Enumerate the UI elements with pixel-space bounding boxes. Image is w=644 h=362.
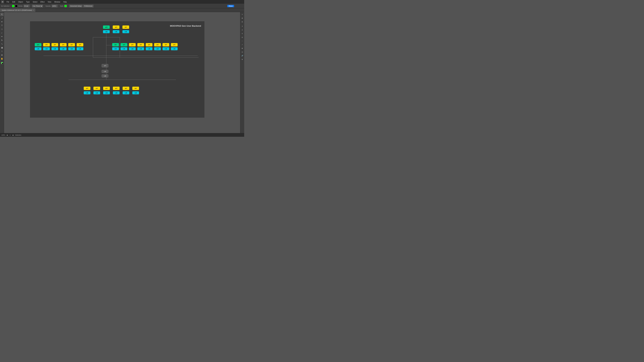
api-node-top-3[interactable]: API xyxy=(122,25,129,29)
menu-type[interactable]: Type xyxy=(26,1,30,3)
bottom-lib-2[interactable]: LIB xyxy=(94,91,100,94)
brush-panel-icon[interactable]: ⌐ xyxy=(241,39,244,42)
mid-right-lib-2[interactable]: LIB xyxy=(120,47,127,50)
bottom-api-3[interactable]: API xyxy=(103,87,110,90)
mid-left-api-3[interactable]: API xyxy=(52,43,58,46)
mid-left-lib-5[interactable]: LIB xyxy=(68,47,75,50)
mid-right-lib-4[interactable]: LIB xyxy=(137,47,144,50)
char-icon[interactable]: A xyxy=(241,28,244,31)
lib-node-top-1[interactable]: LIB xyxy=(103,30,110,33)
bottom-api-6[interactable]: API xyxy=(132,87,139,90)
artboards-icon[interactable]: ⊞ xyxy=(241,16,244,20)
document-setup-button[interactable]: Document Setup xyxy=(69,5,82,7)
menu-select[interactable]: Select xyxy=(32,1,38,3)
api-node-top-2[interactable]: API xyxy=(113,25,120,29)
lib-node-top-3[interactable]: LIB xyxy=(122,30,129,33)
menu-view[interactable]: View xyxy=(47,1,52,3)
fill-color[interactable] xyxy=(12,5,14,7)
text-tool[interactable]: T xyxy=(0,24,4,27)
mid-left-api-5[interactable]: API xyxy=(68,43,75,46)
mid-left-lib-6[interactable]: LIB xyxy=(77,47,83,50)
center-lib-node-1[interactable]: LIB xyxy=(102,70,108,73)
bottom-api-1[interactable]: API xyxy=(84,87,90,90)
menu-window[interactable]: Window xyxy=(54,1,61,3)
graphic-icon[interactable]: ◎ xyxy=(241,35,244,39)
page-num: 1 xyxy=(10,134,10,136)
menu-file[interactable]: File xyxy=(6,1,10,3)
mid-left-api-6[interactable]: API xyxy=(77,43,83,46)
menu-edit[interactable]: Edit xyxy=(12,1,16,3)
bottom-lib-4[interactable]: LIB xyxy=(113,91,120,94)
shape-tool[interactable]: □ xyxy=(0,27,4,31)
mid-left-lib-2[interactable]: LIB xyxy=(43,47,50,50)
mid-right-api-8[interactable]: API xyxy=(171,43,178,46)
link-icon[interactable]: 🔗 xyxy=(241,54,244,57)
pathfinder-icon[interactable]: ◫ xyxy=(241,50,244,54)
rotate-tool[interactable]: ↻ xyxy=(0,38,4,42)
mid-left-api-4[interactable]: API xyxy=(60,43,66,46)
bottom-api-2[interactable]: API xyxy=(94,87,100,90)
mid-left-lib-3[interactable]: LIB xyxy=(52,47,58,50)
mid-left-api-1[interactable]: API xyxy=(35,43,42,46)
align-icon[interactable]: ⊞ xyxy=(241,46,244,50)
canvas-area: MOOVPAD Gen User Backend API API API LIB… xyxy=(4,12,240,133)
fill-stroke-tool[interactable] xyxy=(0,61,4,65)
mid-left-lib-4[interactable]: LIB xyxy=(60,47,66,50)
pencil-tool[interactable]: ✏ xyxy=(0,35,4,38)
mid-right-api-4[interactable]: API xyxy=(137,43,144,46)
brush-tool[interactable]: ⌐ xyxy=(0,31,4,34)
center-lib-node-2[interactable]: LIB xyxy=(102,74,108,77)
properties-icon[interactable]: ≡ xyxy=(241,13,244,16)
para-icon[interactable]: ¶ xyxy=(241,32,244,35)
tab-bar: System Schema.ai* @ 100 % (RGB/Preview) … xyxy=(0,8,244,12)
scale-tool[interactable]: ⤡ xyxy=(0,42,4,45)
gradient-tool[interactable]: ▦ xyxy=(0,46,4,49)
stroke-type-select[interactable]: 3 pt. Round xyxy=(32,5,43,7)
mid-right-api-2[interactable]: API xyxy=(120,43,127,46)
lib-node-top-2[interactable]: LIB xyxy=(113,30,120,33)
mid-right-lib-7[interactable]: LIB xyxy=(162,47,169,50)
direct-select-tool[interactable]: ↗ xyxy=(0,16,4,20)
hand-tool[interactable]: ✋ xyxy=(0,57,4,60)
share-button[interactable]: Share xyxy=(227,5,234,7)
style-color[interactable] xyxy=(64,5,67,7)
api-node-top-1[interactable]: API xyxy=(103,25,110,29)
bottom-lib-3[interactable]: LIB xyxy=(103,91,110,94)
stroke-color[interactable] xyxy=(15,5,18,7)
mid-left-api-2[interactable]: API xyxy=(43,43,50,46)
center-api-node[interactable]: API xyxy=(102,64,108,67)
mid-right-lib-1[interactable]: LIB xyxy=(112,47,119,50)
menu-object[interactable]: Object xyxy=(18,1,24,3)
info-icon[interactable]: ℹ xyxy=(241,24,244,28)
mid-right-lib-6[interactable]: LIB xyxy=(154,47,161,50)
layers-icon[interactable]: ⊟ xyxy=(241,20,244,23)
zoom-tool[interactable]: ⊕ xyxy=(0,53,4,57)
bottom-api-4[interactable]: API xyxy=(113,87,120,90)
mid-right-api-7[interactable]: API xyxy=(162,43,169,46)
mid-right-api-6[interactable]: API xyxy=(154,43,161,46)
mid-right-api-3[interactable]: API xyxy=(129,43,136,46)
preferences-button[interactable]: Preferences xyxy=(83,5,94,7)
mid-right-lib-3[interactable]: LIB xyxy=(129,47,136,50)
embed-icon[interactable]: ⊕ xyxy=(241,58,244,61)
mid-right-api-5[interactable]: API xyxy=(146,43,152,46)
bottom-lib-1[interactable]: LIB xyxy=(84,91,90,94)
mid-right-api-1[interactable]: API xyxy=(112,43,119,46)
style-label: Style: xyxy=(60,5,64,7)
pen-tool[interactable]: ✒ xyxy=(0,20,4,23)
mid-left-lib-1[interactable]: LIB xyxy=(35,47,42,50)
bottom-lib-6[interactable]: LIB xyxy=(132,91,139,94)
opacity-input[interactable] xyxy=(52,5,58,7)
transform-icon[interactable]: ⤢ xyxy=(241,43,244,46)
bottom-api-5[interactable]: API xyxy=(122,87,129,90)
bottom-lib-5[interactable]: LIB xyxy=(122,91,129,94)
menu-help[interactable]: Help xyxy=(63,1,67,3)
document-tab[interactable]: System Schema.ai* @ 100 % (RGB/Preview) … xyxy=(0,8,36,12)
eyedropper-tool[interactable]: ⌇ xyxy=(0,50,4,53)
doc-tab-close[interactable]: × xyxy=(33,9,34,11)
selection-tool[interactable]: ↖ xyxy=(0,13,4,16)
menu-effect[interactable]: Effect xyxy=(40,1,45,3)
mid-right-lib-8[interactable]: LIB xyxy=(171,47,178,50)
stroke-input[interactable] xyxy=(24,5,30,7)
mid-right-lib-5[interactable]: LIB xyxy=(146,47,152,50)
